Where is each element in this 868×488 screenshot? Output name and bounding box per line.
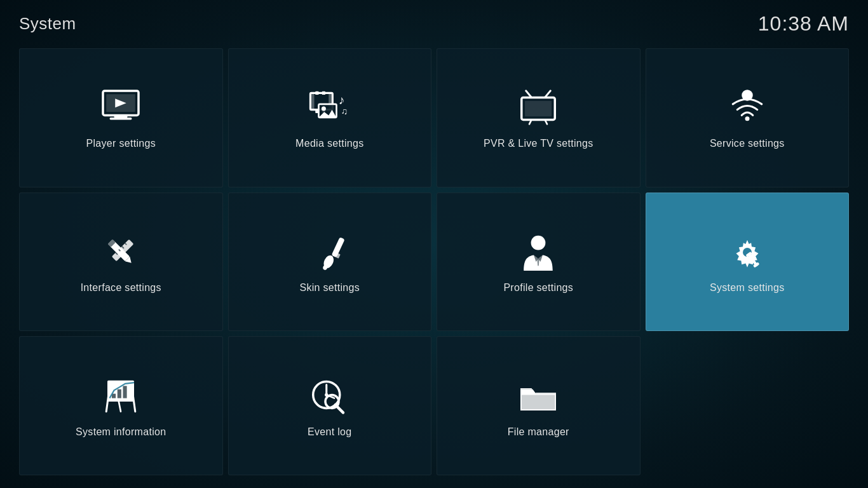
- service-icon: [725, 86, 770, 130]
- player-settings-label: Player settings: [80, 138, 162, 149]
- svg-rect-8: [315, 92, 318, 95]
- svg-rect-9: [322, 92, 325, 95]
- settings-grid: Player settings ♪ ♫ Media settin: [0, 43, 868, 488]
- tile-service-settings[interactable]: Service settings: [646, 48, 850, 187]
- player-icon: [98, 86, 143, 130]
- svg-text:♪: ♪: [339, 93, 345, 107]
- eventlog-icon: [308, 374, 352, 419]
- empty-tile: [646, 336, 850, 475]
- svg-rect-4: [110, 118, 132, 120]
- tile-system-information[interactable]: System information: [19, 336, 223, 475]
- pvr-icon: [516, 86, 560, 130]
- tile-player-settings[interactable]: Player settings: [19, 48, 223, 187]
- tile-system-settings[interactable]: System settings: [646, 193, 850, 332]
- svg-point-23: [745, 116, 749, 121]
- skin-icon: [308, 230, 352, 274]
- filemanager-icon: [516, 374, 560, 419]
- tile-pvr-settings[interactable]: PVR & Live TV settings: [437, 48, 641, 187]
- svg-rect-6: [310, 93, 314, 110]
- profile-icon: [516, 230, 560, 274]
- system-information-label: System information: [69, 426, 172, 438]
- sysinfo-icon: [98, 374, 143, 419]
- svg-rect-17: [525, 101, 552, 117]
- page-title: System: [19, 14, 76, 34]
- svg-point-36: [531, 236, 546, 250]
- tile-media-settings[interactable]: ♪ ♫ Media settings: [228, 48, 432, 187]
- media-settings-label: Media settings: [289, 138, 370, 149]
- clock-display: 10:38 AM: [758, 12, 849, 36]
- svg-rect-3: [114, 116, 128, 118]
- svg-text:♫: ♫: [341, 106, 348, 116]
- app-header: System 10:38 AM: [0, 0, 868, 43]
- interface-icon: [98, 230, 143, 274]
- file-manager-label: File manager: [501, 426, 576, 438]
- tile-profile-settings[interactable]: Profile settings: [437, 193, 641, 332]
- svg-rect-48: [118, 389, 121, 398]
- svg-line-45: [119, 400, 121, 412]
- profile-settings-label: Profile settings: [497, 282, 580, 294]
- pvr-settings-label: PVR & Live TV settings: [477, 138, 600, 149]
- svg-rect-49: [123, 386, 127, 398]
- media-icon: ♪ ♫: [308, 86, 352, 130]
- tile-interface-settings[interactable]: Interface settings: [19, 193, 223, 332]
- tile-event-log[interactable]: Event log: [228, 336, 432, 475]
- tile-file-manager[interactable]: File manager: [437, 336, 641, 475]
- skin-settings-label: Skin settings: [293, 282, 366, 294]
- event-log-label: Event log: [301, 426, 358, 438]
- svg-point-13: [322, 107, 326, 111]
- system-settings-label: System settings: [703, 282, 790, 294]
- interface-settings-label: Interface settings: [74, 282, 168, 294]
- service-settings-label: Service settings: [703, 138, 791, 149]
- tile-skin-settings[interactable]: Skin settings: [228, 193, 432, 332]
- system-icon: [725, 230, 770, 274]
